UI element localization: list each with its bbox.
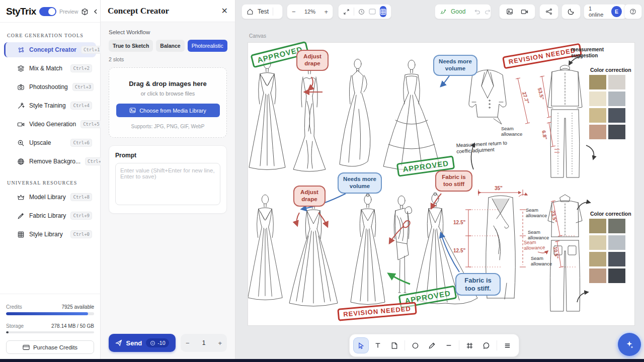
storage-value: 278.14 MB / 50 GB xyxy=(51,323,94,329)
sidebar-item-fabric-library[interactable]: Fabric Library Ctrl+9 xyxy=(4,208,96,223)
workflow-balance[interactable]: Balance xyxy=(156,40,184,52)
color-correction-palette-top[interactable] xyxy=(589,75,625,139)
sidebar-item-remove-background[interactable]: Remove Backgro... Ctrl+7 xyxy=(4,154,96,169)
shortcut-badge: Ctrl+1 xyxy=(81,46,103,54)
storage-progress-bar xyxy=(6,331,94,333)
frame-outline-icon[interactable] xyxy=(369,9,376,15)
tool-comment[interactable] xyxy=(479,338,494,353)
color-swatch[interactable] xyxy=(589,92,606,106)
capture-pill xyxy=(499,4,535,19)
online-count: 1 online xyxy=(589,6,607,18)
choose-media-library-label: Choose from Media Library xyxy=(139,108,206,114)
needs-more-volume-bubble[interactable]: Needs more volume xyxy=(433,55,477,76)
adjust-drape-bubble[interactable]: Adjust drape xyxy=(293,186,326,207)
canvas[interactable]: APPROVED REVISION NEEDED APPROVED APPROV… xyxy=(248,42,635,326)
undo-icon[interactable] xyxy=(473,9,480,15)
sidebar-item-label: Model Library xyxy=(29,194,66,201)
sidebar: StyTrix Preview CORE GENERATION TOOLS Co… xyxy=(0,0,101,359)
record-video-icon[interactable] xyxy=(521,9,528,15)
stepper-increase-button[interactable]: + xyxy=(218,339,222,347)
storage-progress-fill xyxy=(6,331,9,333)
fit-view-icon[interactable] xyxy=(343,9,350,15)
color-swatch[interactable] xyxy=(589,219,606,233)
help-icon[interactable] xyxy=(629,8,636,15)
plugin-box-icon[interactable] xyxy=(81,8,89,16)
seam-allowance-note-red[interactable]: Seam allowance xyxy=(524,239,548,251)
color-correction-label[interactable]: Color correction xyxy=(590,211,631,217)
tool-shape[interactable] xyxy=(408,338,423,353)
avatar[interactable]: E xyxy=(611,6,622,17)
tool-text[interactable] xyxy=(370,338,385,353)
color-swatch[interactable] xyxy=(608,108,625,123)
redo-icon[interactable] xyxy=(485,9,492,15)
color-swatch[interactable] xyxy=(589,125,606,139)
dropzone-title: Drag & drop images here xyxy=(114,80,221,87)
snapshot-icon[interactable] xyxy=(506,8,513,15)
color-swatch[interactable] xyxy=(608,235,625,250)
send-button[interactable]: Send -10 xyxy=(109,334,176,352)
zoom-level[interactable]: 12% xyxy=(304,9,315,15)
fabric-too-stiff-bubble[interactable]: Fabric is too stiff xyxy=(435,170,472,192)
share-icon[interactable] xyxy=(545,8,552,15)
theme-pill xyxy=(561,4,581,19)
collapse-sidebar-icon[interactable] xyxy=(93,9,99,15)
send-cost-badge: -10 xyxy=(146,338,169,347)
color-correction-palette-bottom[interactable] xyxy=(589,219,625,283)
color-swatch[interactable] xyxy=(589,75,606,89)
image-dropzone[interactable]: Drag & drop images here or click to brow… xyxy=(109,67,227,138)
color-swatch[interactable] xyxy=(608,125,625,139)
tool-pencil[interactable] xyxy=(425,338,439,353)
ai-assistant-fab[interactable] xyxy=(618,333,641,356)
color-swatch[interactable] xyxy=(589,268,606,283)
app-logo: StyTrix xyxy=(6,6,36,17)
tool-menu[interactable] xyxy=(500,338,515,353)
stepper-decrease-button[interactable]: − xyxy=(186,339,190,347)
home-icon[interactable] xyxy=(247,8,254,15)
moon-icon[interactable] xyxy=(568,8,575,15)
zoom-out-button[interactable]: − xyxy=(292,8,296,16)
color-correction-label[interactable]: Color correction xyxy=(590,67,631,73)
sidebar-item-upscale[interactable]: Upscale Ctrl+6 xyxy=(4,135,96,150)
seam-allowance-note[interactable]: Seam allowance xyxy=(501,126,530,137)
sidebar-item-mix-match[interactable]: Mix & Match Ctrl+2 xyxy=(4,61,96,76)
sidebar-item-model-library[interactable]: Model Library Ctrl+8 xyxy=(4,190,96,205)
color-swatch[interactable] xyxy=(608,92,625,106)
needs-more-volume-bubble[interactable]: Needs more volume xyxy=(338,172,382,194)
color-swatch[interactable] xyxy=(608,268,625,283)
history-clock-icon[interactable] xyxy=(358,9,365,15)
sidebar-item-style-training[interactable]: Style Training Ctrl+4 xyxy=(4,98,96,113)
credits-value: 7925 available xyxy=(62,304,95,310)
zoom-in-button[interactable]: + xyxy=(324,8,328,16)
prompt-input[interactable] xyxy=(115,163,220,205)
choose-media-library-button[interactable]: Choose from Media Library xyxy=(116,104,220,117)
preview-label: Preview xyxy=(59,9,78,15)
sidebar-item-concept-creator[interactable]: Concept Creator Ctrl+1 xyxy=(4,42,96,57)
color-swatch[interactable] xyxy=(589,235,606,250)
grid-view-button[interactable] xyxy=(380,6,386,17)
cursor-icon xyxy=(357,342,365,349)
color-swatch[interactable] xyxy=(608,219,625,233)
sidebar-item-style-library[interactable]: Style Library Ctrl+0 xyxy=(4,227,96,242)
preview-toggle[interactable] xyxy=(39,7,56,16)
color-swatch[interactable] xyxy=(608,252,625,266)
workflow-true-to-sketch[interactable]: True to Sketch xyxy=(109,40,153,52)
sidebar-item-video-generation[interactable]: Video Generation Ctrl+5 xyxy=(4,117,96,132)
credit-card-icon xyxy=(23,344,30,350)
tool-frame[interactable] xyxy=(462,338,477,353)
purchase-credits-button[interactable]: Purchase Credits xyxy=(6,340,94,354)
close-icon[interactable]: ✕ xyxy=(221,7,228,15)
color-swatch[interactable] xyxy=(608,75,625,89)
tool-line[interactable] xyxy=(441,338,456,353)
color-swatch[interactable] xyxy=(589,252,606,266)
grid-globe-icon xyxy=(17,158,25,165)
adjust-drape-bubble[interactable]: Adjust drape xyxy=(296,50,329,71)
concept-creator-panel: Concept Creator ✕ Select Workflow True t… xyxy=(101,0,235,359)
fabric-too-stiff-bubble[interactable]: Fabric is too stiff. xyxy=(455,273,501,296)
sidebar-item-photoshooting[interactable]: Photoshooting Ctrl+3 xyxy=(4,79,96,95)
color-swatch[interactable] xyxy=(589,108,606,123)
tool-page[interactable] xyxy=(387,338,401,353)
measurement-suggestion-note[interactable]: measurement suggestion xyxy=(571,47,617,58)
tool-select[interactable] xyxy=(354,338,368,353)
project-name[interactable]: Test xyxy=(258,8,269,15)
workflow-photorealistic[interactable]: Photorealistic xyxy=(188,40,227,52)
